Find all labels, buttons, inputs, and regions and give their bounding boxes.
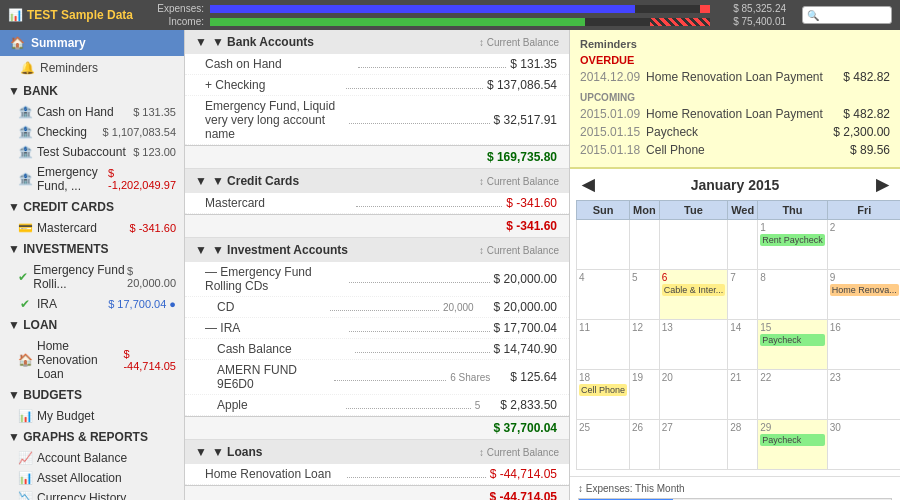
reminder-amount-2: $ 482.82 (843, 107, 890, 121)
apple-shares: 5 (475, 400, 481, 411)
loans-section: ▼ ▼ Loans ↕ Current Balance Home Renovat… (185, 440, 569, 500)
sidebar-item-emergency[interactable]: 🏦Emergency Fund, ... $ -1,202,049.97 (0, 162, 184, 196)
cash-row-name: Cash on Hand (205, 57, 354, 71)
calendar-next-btn[interactable]: ▶ (870, 175, 894, 194)
bank-expand-icon: ▼ (195, 35, 207, 49)
upcoming-label: UPCOMING (580, 92, 890, 103)
home-loan-row-amount: $ -44,714.05 (490, 467, 557, 481)
cal-cell: 5 (630, 270, 660, 320)
acct-balance-label: Account Balance (37, 451, 127, 465)
amern-shares: 6 Shares (450, 372, 490, 383)
sidebar-graphs-header[interactable]: ▼ GRAPHS & REPORTS (0, 426, 184, 448)
cal-cell: 14 (728, 320, 758, 370)
loans-total-amount: $ -44,714.05 (490, 490, 557, 500)
sidebar-item-asset-alloc[interactable]: 📊Asset Allocation (0, 468, 184, 488)
sidebar-item-ira[interactable]: ✔IRA $ 17,700.04 ● (0, 294, 184, 314)
reminder-name-1: Home Renovation Loan Payment (646, 70, 843, 84)
cal-event[interactable]: Cable & Inter... (662, 284, 726, 296)
emerg-label: Emergency Fund, ... (37, 165, 108, 193)
reminders-panel: Reminders OVERDUE 2014.12.09 Home Renova… (570, 30, 900, 169)
table-row: — IRA $ 17,700.04 (185, 318, 569, 339)
cal-cell: 20 (659, 370, 728, 420)
cal-cell (630, 220, 660, 270)
table-row: — Emergency Fund Rolling CDs $ 20,000.00 (185, 262, 569, 297)
sidebar-investments-header[interactable]: ▼ INVESTMENTS (0, 238, 184, 260)
reminder-date-1: 2014.12.09 (580, 70, 640, 84)
income-bar-fill (210, 18, 585, 26)
sub-label: Test Subaccount (37, 145, 126, 159)
sidebar-budgets-header[interactable]: ▼ BUDGETS (0, 384, 184, 406)
table-row: Home Renovation Loan $ -44,714.05 (185, 464, 569, 485)
chart-icon-1: 📈 (18, 452, 32, 464)
amern-amount: $ 125.64 (510, 370, 557, 384)
reminder-date-4: 2015.01.18 (580, 143, 640, 157)
sidebar-loan-header[interactable]: ▼ LOAN (0, 314, 184, 336)
loans-col-header: ↕ Current Balance (479, 447, 559, 458)
graphs-header-label: ▼ GRAPHS & REPORTS (8, 430, 148, 444)
cal-event[interactable]: Rent Paycheck (760, 234, 825, 246)
search-input[interactable] (802, 6, 892, 24)
emerg-icon: 🏦 (18, 173, 32, 185)
sidebar-item-cash[interactable]: 🏦Cash on Hand $ 131.35 (0, 102, 184, 122)
income-label: Income: (149, 16, 204, 27)
sidebar-item-ef-rolling[interactable]: ✔Emergency Fund Rolli... $ 20,000.00 (0, 260, 184, 294)
investments-header[interactable]: ▼ ▼ Investment Accounts ↕ Current Balanc… (185, 238, 569, 262)
sidebar-credit-header[interactable]: ▼ CREDIT CARDS (0, 196, 184, 218)
sidebar-item-account-balance[interactable]: 📈Account Balance (0, 448, 184, 468)
mc-row-amount: $ -341.60 (506, 196, 557, 210)
bank-total-amount: $ 169,735.80 (487, 150, 557, 164)
cal-event[interactable]: Home Renova... (830, 284, 899, 296)
sidebar-item-checking[interactable]: 🏦Checking $ 1,107,083.54 (0, 122, 184, 142)
cal-event[interactable]: Paycheck (760, 334, 825, 346)
inv-icon: ✔ (18, 271, 28, 283)
income-bar-outer (210, 18, 710, 26)
cal-header-tue: Tue (659, 201, 728, 220)
cal-week-2: 4 5 6Cable & Inter... 7 8 9Home Renova..… (577, 270, 901, 320)
top-bar: 📊 TEST Sample Data Expenses: $ 85,325.24… (0, 0, 900, 30)
reminders-title: Reminders (580, 38, 890, 50)
summary-icon: 🏠 (10, 36, 25, 50)
cc-title: ▼ Credit Cards (212, 174, 299, 188)
cash-label: Cash on Hand (37, 105, 114, 119)
investments-total-amount: $ 37,700.04 (494, 421, 557, 435)
cal-cell: 6Cable & Inter... (659, 270, 728, 320)
bank-accounts-header[interactable]: ▼ ▼ Bank Accounts ↕ Current Balance (185, 30, 569, 54)
cal-week-4: 18Cell Phone 19 20 21 22 23 24 (577, 370, 901, 420)
cal-header-sun: Sun (577, 201, 630, 220)
sidebar-item-mybudget[interactable]: 📊My Budget (0, 406, 184, 426)
cal-cell (577, 220, 630, 270)
cal-cell: 9Home Renova... (827, 270, 900, 320)
sidebar-item-currency[interactable]: 📉Currency History (0, 488, 184, 500)
sidebar-item-mastercard[interactable]: 💳Mastercard $ -341.60 (0, 218, 184, 238)
sidebar-item-home-loan[interactable]: 🏠Home Renovation Loan $ -44,714.05 (0, 336, 184, 384)
ef-rolling-row-amount: $ 20,000.00 (494, 272, 557, 286)
expenses-amount: $ 85,325.24 (716, 3, 786, 14)
expenses-row: Expenses: $ 85,325.24 (149, 3, 786, 14)
cal-event[interactable]: Paycheck (760, 434, 825, 446)
ef-row-name: Emergency Fund, Liquid very very long ac… (205, 99, 345, 141)
sidebar-reminders[interactable]: 🔔 Reminders (0, 56, 184, 80)
sidebar-summary[interactable]: 🏠 Summary (0, 30, 184, 56)
cal-week-5: 25 26 27 28 29Paycheck 30 31Emergency Fu… (577, 420, 901, 470)
sidebar-bank-header[interactable]: ▼ BANK (0, 80, 184, 102)
inv-expand-icon: ▼ (195, 243, 207, 257)
calendar-prev-btn[interactable]: ◀ (576, 175, 600, 194)
ef-rolling-amount: $ 20,000.00 (127, 265, 176, 289)
cal-header-mon: Mon (630, 201, 660, 220)
cal-event[interactable]: Cell Phone (579, 384, 627, 396)
reminder-amount-4: $ 89.56 (850, 143, 890, 157)
list-item: 2015.01.15 Paycheck $ 2,300.00 (580, 123, 890, 141)
cal-header-fri: Fri (827, 201, 900, 220)
mc-label: Mastercard (37, 221, 97, 235)
loans-header[interactable]: ▼ ▼ Loans ↕ Current Balance (185, 440, 569, 464)
home-loan-row: Home Renovation Loan (205, 467, 343, 481)
budget-icon: 📊 (18, 410, 32, 422)
sidebar-item-subaccount[interactable]: 🏦Test Subaccount $ 123.00 (0, 142, 184, 162)
cal-cell: 12 (630, 320, 660, 370)
expenses-bar-outer (210, 5, 710, 13)
expenses-label: Expenses: (149, 3, 204, 14)
table-row: Apple 5 $ 2,833.50 (185, 395, 569, 416)
bank-title: ▼ Bank Accounts (212, 35, 314, 49)
list-item: 2015.01.09 Home Renovation Loan Payment … (580, 105, 890, 123)
credit-cards-header[interactable]: ▼ ▼ Credit Cards ↕ Current Balance (185, 169, 569, 193)
